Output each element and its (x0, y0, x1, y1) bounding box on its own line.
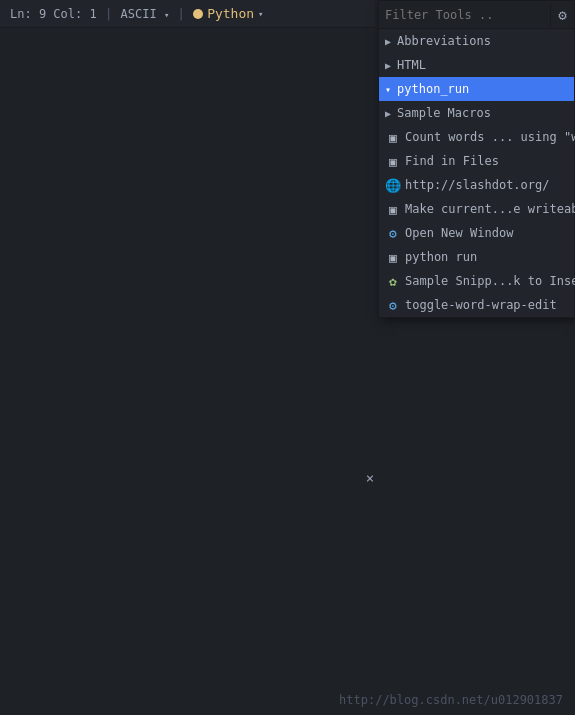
editor-area (0, 28, 378, 715)
menu-item-python_run[interactable]: ▾python_run (379, 77, 574, 101)
doc-icon: ▣ (385, 154, 401, 169)
menu-item-label: toggle-word-wrap-edit (405, 298, 557, 312)
menu-item-abbreviations[interactable]: ▶Abbreviations (379, 29, 574, 53)
menu-item-label: Sample Macros (397, 106, 491, 120)
menu-item-label: python_run (397, 82, 469, 96)
menu-item-label: Find in Files (405, 154, 499, 168)
snippet-icon: ✿ (385, 274, 401, 289)
filter-input[interactable] (379, 8, 550, 22)
encoding[interactable]: ASCII ▾ (121, 7, 170, 21)
footer-url: http://blog.csdn.net/u012901837 (339, 693, 563, 707)
menu-item-html[interactable]: ▶HTML (379, 53, 574, 77)
close-button[interactable]: × (360, 468, 380, 488)
gear-icon: ⚙ (385, 298, 401, 313)
menu-item-count_words[interactable]: ▣Count words ... using "wc" (379, 125, 574, 149)
menu-item-find_in_files[interactable]: ▣Find in Files (379, 149, 574, 173)
doc-icon: ▣ (385, 130, 401, 145)
menu-item-toggle_word_wrap[interactable]: ⚙toggle-word-wrap-edit (379, 293, 574, 317)
menu-item-sample_snippet[interactable]: ✿Sample Snipp...k to Insert (379, 269, 574, 293)
expand-arrow-icon: ▶ (385, 60, 391, 71)
python-dot-icon (193, 9, 203, 19)
menu-item-label: Open New Window (405, 226, 513, 240)
menu-item-label: Count words ... using "wc" (405, 130, 575, 144)
menu-item-label: python run (405, 250, 477, 264)
settings-button[interactable]: ⚙ (550, 3, 574, 27)
doc-icon: ▣ (385, 202, 401, 217)
gear-icon: ⚙ (558, 7, 566, 23)
language-arrow: ▾ (258, 9, 263, 19)
tools-dropdown: ⚙ ▶Abbreviations▶HTML▾python_run▶Sample … (378, 0, 575, 318)
doc-icon: ▣ (385, 250, 401, 265)
expand-arrow-icon: ▾ (385, 84, 391, 95)
menu-item-slashdot[interactable]: 🌐http://slashdot.org/ (379, 173, 574, 197)
gear-icon: ⚙ (385, 226, 401, 241)
cursor-position: Ln: 9 Col: 1 (10, 7, 97, 21)
menu-item-label: HTML (397, 58, 426, 72)
language-selector[interactable]: Python ▾ (193, 6, 263, 21)
menu-item-make_current[interactable]: ▣Make current...e writeable (379, 197, 574, 221)
menu-item-open_new_window[interactable]: ⚙Open New Window (379, 221, 574, 245)
filter-bar: ⚙ (379, 1, 574, 29)
expand-arrow-icon: ▶ (385, 36, 391, 47)
menu-item-sample_macros[interactable]: ▶Sample Macros (379, 101, 574, 125)
expand-arrow-icon: ▶ (385, 108, 391, 119)
menu-item-label: http://slashdot.org/ (405, 178, 550, 192)
encoding-arrow: ▾ (164, 10, 169, 20)
menu-list: ▶Abbreviations▶HTML▾python_run▶Sample Ma… (379, 29, 574, 317)
menu-item-label: Make current...e writeable (405, 202, 575, 216)
menu-item-python_run2[interactable]: ▣python run (379, 245, 574, 269)
menu-item-label: Sample Snipp...k to Insert (405, 274, 575, 288)
status-bar: Ln: 9 Col: 1 | ASCII ▾ | Python ▾ (0, 0, 375, 28)
globe-icon: 🌐 (385, 178, 401, 193)
menu-item-label: Abbreviations (397, 34, 491, 48)
